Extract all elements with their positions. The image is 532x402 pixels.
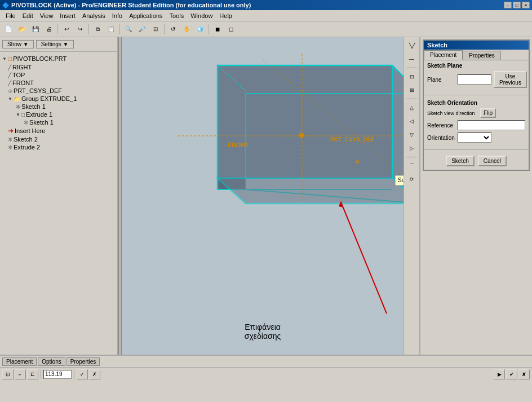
zoom-in-button[interactable]: 🔍 (122, 23, 135, 36)
tree-label-sketch1e: Sketch 1 (29, 119, 54, 126)
tab-properties[interactable]: Properties (463, 51, 501, 60)
status-bar: Placement Options Properties (0, 355, 532, 367)
tree-item-extrude2[interactable]: ✱ Extrude 2 (0, 143, 117, 151)
rt-btn-10[interactable]: ⟳ (406, 173, 418, 185)
zoom-out-button[interactable]: 🔎 (136, 23, 148, 36)
orientation-select[interactable]: Top Bottom Left Right (458, 132, 491, 143)
bt-mirror-button[interactable]: ⌐ (15, 369, 26, 379)
tree-item-prt-csys[interactable]: ⊕ PRT_CSYS_DEF (0, 87, 117, 95)
pan-button[interactable]: ✋ (180, 23, 193, 36)
settings-button[interactable]: Settings ▼ (36, 40, 74, 48)
insert-icon: ➜ (8, 127, 14, 135)
minimize-button[interactable]: – (504, 2, 512, 8)
print-button[interactable]: 🖨 (43, 23, 55, 36)
tree-item-front[interactable]: ╱ FRONT (0, 79, 117, 87)
tree-label-pivotblock: PIVOTBLOCK.PRT (13, 55, 66, 62)
bt-arrow-button[interactable]: ▶ (494, 369, 505, 379)
rt-sep-1 (406, 68, 418, 68)
sketch-plane-section: Sketch Plane Plane Use Previous (424, 60, 529, 92)
reference-input[interactable] (458, 120, 525, 130)
fit-button[interactable]: ⊡ (149, 23, 162, 36)
menu-tools[interactable]: Tools (166, 11, 188, 20)
tree-item-sketch2[interactable]: ✱ Sketch 2 (0, 135, 117, 143)
undo-button[interactable]: ↩ (60, 23, 73, 36)
view3d-button[interactable]: 🧊 (194, 23, 206, 36)
status-tabs: Placement Options Properties (2, 357, 100, 366)
menu-edit[interactable]: Edit (19, 11, 37, 20)
rt-btn-8[interactable]: ▷ (406, 142, 418, 154)
sketch-orientation-section: Sketch Orientation Sketch view direction… (424, 98, 529, 147)
cancel-button[interactable]: Cancel (478, 156, 507, 166)
annotation-text: Επιφάνεια σχεδίασης (245, 323, 281, 341)
tab-placement[interactable]: Placement (424, 50, 463, 60)
tree-item-sketch1-group[interactable]: ✱ Sketch 1 (0, 103, 117, 111)
tree-label-group: Group EXTRUDE_1 (21, 95, 77, 102)
save-button[interactable]: 💾 (29, 23, 42, 36)
use-previous-button[interactable]: Use Previous (494, 71, 527, 88)
sketch-dialog-panel: Sketch Placement Properties Sketch Plane… (419, 37, 532, 355)
bt-close-bt-button[interactable]: ✘ (518, 369, 530, 379)
rt-btn-6[interactable]: ◁ (406, 115, 418, 127)
bt-snap-button[interactable]: ⊡ (2, 369, 14, 379)
paste-button[interactable]: 📋 (105, 23, 117, 36)
menu-info[interactable]: Info (109, 11, 126, 20)
bt-confirm-button[interactable]: ✔ (506, 369, 517, 379)
status-tab-options[interactable]: Options (38, 357, 65, 366)
rt-sep-2 (406, 99, 418, 99)
menu-file[interactable]: File (2, 11, 19, 20)
menu-applications[interactable]: Applications (126, 11, 166, 20)
rt-btn-7[interactable]: ▽ (406, 129, 418, 141)
panel-toolbar: Show ▼ Settings ▼ (0, 37, 117, 52)
tree-item-pivotblock[interactable]: ▼ □ PIVOTBLOCK.PRT (0, 54, 117, 63)
viewport[interactable]: RIGHT FRONT TOP PRT_CSYS_DEF Surf:F7(EXT… (122, 37, 404, 355)
redo-button[interactable]: ↪ (74, 23, 86, 36)
toolbar-sep-1 (57, 24, 58, 34)
front-icon: ╱ (8, 80, 11, 86)
rt-btn-3[interactable]: ⊡ (406, 70, 418, 83)
dialog-sep-1 (424, 95, 529, 95)
tree-item-insert-here[interactable]: ➜ Insert Here (0, 126, 117, 135)
shading-button[interactable]: ◼ (211, 23, 224, 36)
plane-input[interactable] (458, 74, 491, 85)
coordinate-input[interactable] (43, 370, 72, 379)
maximize-button[interactable]: □ (513, 2, 521, 8)
right-icon: ╱ (8, 64, 11, 70)
bt-cross-button[interactable]: ✗ (89, 369, 100, 379)
tree-label-front: FRONT (12, 79, 34, 86)
menu-help[interactable]: Help (216, 11, 236, 20)
copy-button[interactable]: ⧉ (91, 23, 104, 36)
wireframe-button[interactable]: ◻ (225, 23, 237, 36)
tree-item-top[interactable]: ╱ TOP (0, 71, 117, 79)
reference-row: Reference (427, 120, 525, 130)
tooltip-text: Surf:F7(EXTRUDE_1) (398, 177, 404, 183)
close-button[interactable]: × (522, 2, 530, 8)
dialog-sep-2 (424, 149, 529, 150)
toolbar-sep-5 (209, 24, 209, 34)
rt-btn-2[interactable]: — (406, 53, 418, 65)
rotate-button[interactable]: ↺ (167, 23, 179, 36)
menu-insert[interactable]: Insert (56, 11, 79, 20)
tree-item-sketch1-extrude[interactable]: ✱ Sketch 1 (0, 118, 117, 126)
new-button[interactable]: 📄 (2, 23, 15, 36)
tree-item-extrude1[interactable]: ▼ □ Extrude 1 (0, 111, 117, 118)
menu-view[interactable]: View (37, 11, 57, 20)
sketch-plane-title: Sketch Plane (427, 63, 525, 69)
menu-analysis[interactable]: Analysis (79, 11, 109, 20)
bt-sep-1 (41, 370, 41, 379)
sketch2-icon: ✱ (8, 136, 12, 143)
open-button[interactable]: 📂 (16, 23, 28, 36)
rt-btn-5[interactable]: △ (406, 101, 418, 114)
flip-button[interactable]: Flip (480, 108, 496, 118)
tree-item-right[interactable]: ╱ RIGHT (0, 63, 117, 71)
rt-btn-1[interactable]: ╲╱ (406, 39, 418, 52)
show-button[interactable]: Show ▼ (2, 40, 34, 48)
bt-check-button[interactable]: ✓ (77, 369, 88, 379)
status-tab-properties[interactable]: Properties (66, 357, 100, 366)
rt-btn-9[interactable]: ⌒ (406, 160, 418, 172)
tree-item-group-extrude[interactable]: ▼ 📁 Group EXTRUDE_1 (0, 95, 117, 103)
status-tab-placement[interactable]: Placement (2, 357, 37, 366)
menu-window[interactable]: Window (187, 11, 216, 20)
bt-trim-button[interactable]: ⊏ (27, 369, 38, 379)
rt-btn-4[interactable]: ⊠ (406, 84, 418, 96)
sketch-button[interactable]: Sketch (446, 156, 475, 166)
